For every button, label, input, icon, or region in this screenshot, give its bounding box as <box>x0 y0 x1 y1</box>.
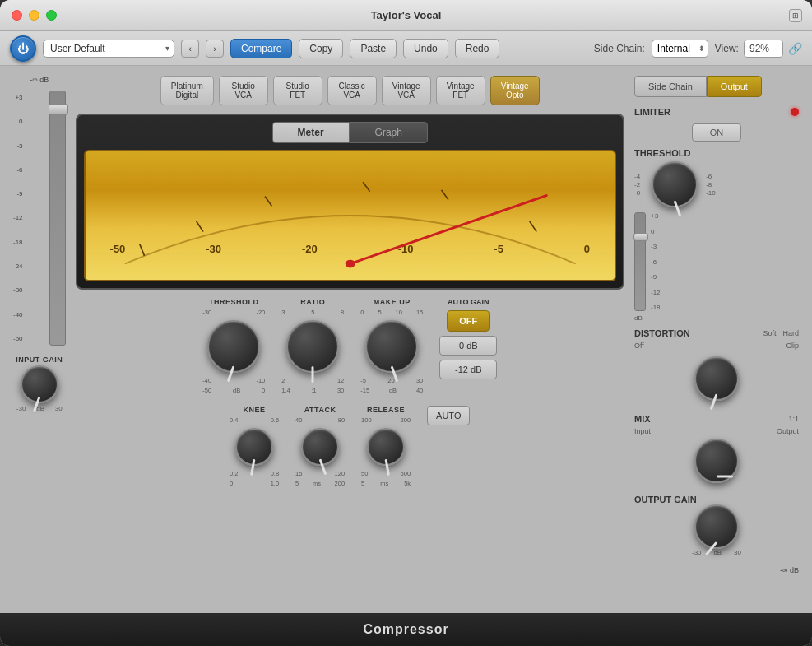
threshold-knob[interactable] <box>207 320 260 373</box>
threshold-label: THRESHOLD <box>209 298 259 306</box>
distortion-off: Off <box>634 342 644 350</box>
input-gain-handle[interactable] <box>49 104 68 115</box>
power-button[interactable]: ⏻ <box>10 35 36 62</box>
redo-button[interactable]: Redo <box>455 39 500 58</box>
controls-row-1: THRESHOLD -30-20 -40-10 -50dB0 RATIO <box>76 298 624 394</box>
fader-mark-p3: +3 <box>15 94 22 101</box>
knee-knob[interactable] <box>235 428 273 466</box>
limiter-on-button[interactable]: ON <box>692 123 741 142</box>
mix-section: MIX 1:1 Input Output <box>634 414 799 483</box>
toolbar: ⏻ User Default ‹ › Compare Copy Paste Un… <box>0 31 812 66</box>
type-vintage-fet[interactable]: VintageFET <box>436 76 485 105</box>
controls-row-2: KNEE 0.40.6 0.20.8 01.0 ATTACK <box>76 406 624 487</box>
right-panel: Side Chain Output LIMITER ON THRESHOLD -… <box>634 76 799 603</box>
fader-mark-m6: -6 <box>16 166 22 174</box>
input-inf-label: -∞ dB <box>30 76 49 84</box>
type-classic-vca[interactable]: ClassicVCA <box>327 76 377 105</box>
view-label: View: <box>715 43 739 54</box>
knee-section: KNEE 0.40.6 0.20.8 01.0 <box>230 406 279 487</box>
distortion-label: DISTORTION <box>634 328 690 338</box>
maximize-button[interactable] <box>46 10 57 21</box>
compressor-type-tabs: PlatinumDigital StudioVCA StudioFET Clas… <box>76 76 624 105</box>
r-thresh-mark-6: -6 <box>706 173 712 180</box>
title-bar: Taylor's Vocal ⊞ <box>0 0 812 31</box>
svg-point-7 <box>345 260 355 268</box>
output-inf: -∞ dB <box>780 566 799 574</box>
r-thresh-mark-4: -4 <box>634 173 640 180</box>
link-icon[interactable]: 🔗 <box>788 42 802 55</box>
ratio-label: RATIO <box>300 298 325 306</box>
meter-area: Meter Graph -50 -30 -20 -10 -5 0 <box>76 114 624 290</box>
fader-mark-m30: -30 <box>13 286 23 294</box>
copy-button[interactable]: Copy <box>299 39 343 58</box>
knee-label: KNEE <box>244 406 266 414</box>
sc-tab[interactable]: Side Chain <box>634 76 707 97</box>
input-gain-section: INPUT GAIN -30 dB 30 <box>16 356 63 412</box>
close-button[interactable] <box>12 10 22 21</box>
paste-button[interactable]: Paste <box>350 39 397 58</box>
auto-button[interactable]: AUTO <box>427 406 470 425</box>
sidechain-select[interactable]: Internal <box>652 40 708 58</box>
output-gain-knob[interactable] <box>694 504 739 549</box>
compare-button[interactable]: Compare <box>230 39 292 58</box>
r-thresh-mark-10: -10 <box>706 189 716 197</box>
main-window: Taylor's Vocal ⊞ ⏻ User Default ‹ › Comp… <box>0 0 812 646</box>
main-content: -∞ dB +3 0 -3 -6 -9 -12 -18 -24 -30 -40 … <box>0 66 812 613</box>
distortion-hard: Hard <box>782 329 799 337</box>
type-studio-fet[interactable]: StudioFET <box>273 76 322 105</box>
right-threshold-fader[interactable] <box>634 212 646 311</box>
output-gain-db: dB <box>713 549 722 556</box>
attack-section: ATTACK 4080 15120 5ms200 <box>295 406 345 487</box>
fader-mark-m12: -12 <box>13 214 23 221</box>
minimize-button[interactable] <box>29 10 39 21</box>
left-panel: -∞ dB +3 0 -3 -6 -9 -12 -18 -24 -30 -40 … <box>13 76 66 603</box>
distortion-section: DISTORTION Soft Hard Off Clip <box>634 328 799 401</box>
right-threshold-handle[interactable] <box>633 233 648 241</box>
fader-mark-m18: -18 <box>13 239 23 246</box>
attack-knob[interactable] <box>301 428 339 466</box>
release-knob[interactable] <box>367 428 405 466</box>
right-output-fader-section: -∞ dB <box>634 566 799 574</box>
input-gain-fader[interactable] <box>49 91 66 346</box>
fader-mark-0: 0 <box>19 118 22 125</box>
preset-dropdown[interactable]: User Default <box>43 40 174 58</box>
release-section: RELEASE 100200 50500 5ms5k <box>361 406 411 487</box>
bottom-label: Compressor <box>363 622 448 637</box>
svg-line-2 <box>265 197 271 207</box>
output-gain-min: -30 <box>692 549 702 556</box>
bottom-bar: Compressor <box>0 613 812 646</box>
input-gain-label: INPUT GAIN <box>16 356 63 364</box>
limiter-led <box>791 108 799 116</box>
view-percent: 92% <box>744 40 783 58</box>
type-vintage-vca[interactable]: VintageVCA <box>382 76 431 105</box>
output-tab[interactable]: Output <box>707 76 762 97</box>
expand-button[interactable]: ⊞ <box>789 9 802 22</box>
meter-tab-graph[interactable]: Graph <box>350 122 428 143</box>
auto-gain-off-button[interactable]: OFF <box>447 310 490 332</box>
limiter-label: LIMITER <box>634 107 670 117</box>
window-title: Taylor's Vocal <box>371 9 442 21</box>
meter-tab-meter[interactable]: Meter <box>272 122 350 143</box>
distortion-knob[interactable] <box>694 356 739 401</box>
input-gain-knob[interactable] <box>21 365 58 403</box>
auto-gain-m12db-button[interactable]: -12 dB <box>439 360 497 379</box>
limiter-row: LIMITER <box>634 107 799 117</box>
svg-line-6 <box>350 196 545 264</box>
attack-label: ATTACK <box>304 406 336 414</box>
svg-line-0 <box>139 244 144 256</box>
vu-meter: -50 -30 -20 -10 -5 0 <box>84 150 616 281</box>
makeup-knob[interactable] <box>365 320 418 373</box>
auto-gain-section: AUTO GAIN OFF 0 dB -12 dB <box>439 298 497 379</box>
right-threshold-knob[interactable] <box>652 161 698 207</box>
svg-line-1 <box>196 221 202 232</box>
ratio-knob[interactable] <box>286 320 339 373</box>
nav-back-button[interactable]: ‹ <box>181 40 199 58</box>
auto-gain-0db-button[interactable]: 0 dB <box>439 336 497 356</box>
undo-button[interactable]: Undo <box>403 39 448 58</box>
sidechain-container: Internal <box>652 40 708 58</box>
mix-knob[interactable] <box>694 439 739 483</box>
type-vintage-opto[interactable]: VintageOpto <box>490 76 540 105</box>
type-platinum-digital[interactable]: PlatinumDigital <box>160 76 214 105</box>
type-studio-vca[interactable]: StudioVCA <box>219 76 268 105</box>
nav-forward-button[interactable]: › <box>206 40 224 58</box>
